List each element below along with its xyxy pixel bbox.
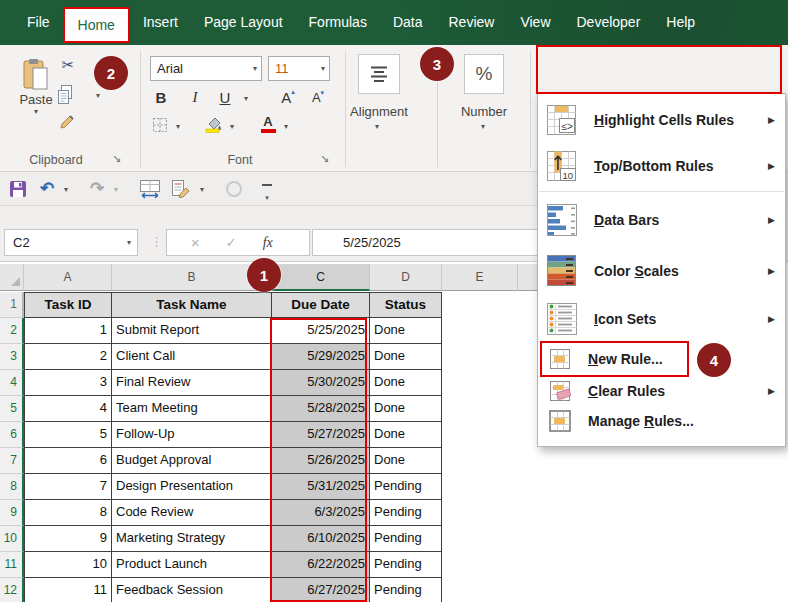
data-cell[interactable]: Done xyxy=(370,448,442,474)
copy-button[interactable] xyxy=(54,83,78,107)
data-cell[interactable]: Code Review xyxy=(112,500,272,526)
tab-formulas[interactable]: Formulas xyxy=(296,0,380,45)
select-all-corner[interactable] xyxy=(0,264,24,291)
number-dropdown-icon[interactable]: ▾ xyxy=(481,122,485,131)
data-cell[interactable]: Follow-Up xyxy=(112,422,272,448)
edit-document-dropdown-icon[interactable]: ▾ xyxy=(200,185,204,194)
data-cell[interactable]: Design Presentation xyxy=(112,474,272,500)
data-cell[interactable]: 2 xyxy=(24,344,112,370)
data-cell[interactable]: Client Call xyxy=(112,344,272,370)
data-cell[interactable]: Done xyxy=(370,344,442,370)
undo-button[interactable]: ↶ xyxy=(36,177,58,199)
row-header-7[interactable]: 7 xyxy=(0,448,24,474)
alignment-icon-box[interactable] xyxy=(358,54,400,94)
font-color-dropdown-icon[interactable]: ▾ xyxy=(284,122,288,131)
data-cell[interactable]: Pending xyxy=(370,552,442,578)
redo-dropdown-icon[interactable]: ▾ xyxy=(114,185,118,194)
tab-view[interactable]: View xyxy=(507,0,563,45)
increase-font-size-button[interactable]: A▴ xyxy=(276,86,300,108)
data-cell[interactable]: 6 xyxy=(24,448,112,474)
row-header-9[interactable]: 9 xyxy=(0,500,24,526)
decrease-font-size-button[interactable]: A▾ xyxy=(306,86,330,108)
underline-dropdown-icon[interactable]: ▾ xyxy=(244,94,248,103)
italic-button[interactable]: I xyxy=(184,86,206,108)
fill-color-dropdown-icon[interactable]: ▾ xyxy=(230,122,234,131)
menu-item-clear-rules[interactable]: Clear Rules ▶ xyxy=(538,376,785,405)
column-header-A[interactable]: A xyxy=(24,264,112,291)
borders-button[interactable] xyxy=(150,115,170,135)
menu-item-data-bars[interactable]: Data Bars ▶ xyxy=(538,194,785,245)
format-painter-button[interactable] xyxy=(56,111,78,131)
data-cell[interactable]: 11 xyxy=(24,578,112,602)
column-header-partial[interactable] xyxy=(518,264,538,291)
insert-function-icon[interactable]: fx xyxy=(263,235,273,251)
row-header-10[interactable]: 10 xyxy=(0,526,24,552)
formula-bar-grip-icon[interactable]: ⋮ xyxy=(150,234,164,249)
menu-item-icon-sets[interactable]: Icon Sets ▶ xyxy=(538,296,785,341)
tab-home[interactable]: Home xyxy=(63,7,130,43)
shape-circle-icon[interactable] xyxy=(226,181,242,197)
data-cell[interactable]: Submit Report xyxy=(112,318,272,344)
row-header-3[interactable]: 3 xyxy=(0,344,24,370)
header-cell[interactable]: Task Name xyxy=(112,292,272,318)
fill-color-button[interactable] xyxy=(204,113,224,135)
tab-page-layout[interactable]: Page Layout xyxy=(191,0,296,45)
data-cell[interactable]: 9 xyxy=(24,526,112,552)
data-cell[interactable]: 1 xyxy=(24,318,112,344)
data-cell[interactable]: Pending xyxy=(370,474,442,500)
data-cell[interactable]: Done xyxy=(370,370,442,396)
data-cell[interactable]: Done xyxy=(370,422,442,448)
number-icon-box[interactable]: % xyxy=(464,54,504,94)
borders-dropdown-icon[interactable]: ▾ xyxy=(176,122,180,131)
column-header-D[interactable]: D xyxy=(370,264,442,291)
row-header-8[interactable]: 8 xyxy=(0,474,24,500)
row-header-4[interactable]: 4 xyxy=(0,370,24,396)
row-header-12[interactable]: 12 xyxy=(0,578,24,602)
paste-button[interactable]: Paste ▾ xyxy=(14,54,58,120)
menu-item-highlight-cells-rules[interactable]: ≤> Highlight Cells Rules ▶ xyxy=(538,97,785,143)
row-header-6[interactable]: 6 xyxy=(0,422,24,448)
font-color-button[interactable]: A xyxy=(258,113,278,135)
data-cell[interactable]: Budget Approval xyxy=(112,448,272,474)
data-cell[interactable]: Pending xyxy=(370,526,442,552)
enter-entry-icon[interactable]: ✓ xyxy=(226,235,237,250)
data-cell[interactable]: Done xyxy=(370,318,442,344)
column-width-button[interactable] xyxy=(138,178,162,200)
data-cell[interactable]: Final Review xyxy=(112,370,272,396)
data-cell[interactable]: 7 xyxy=(24,474,112,500)
data-cell[interactable]: 10 xyxy=(24,552,112,578)
header-cell[interactable]: Task ID xyxy=(24,292,112,318)
cancel-entry-icon[interactable]: × xyxy=(191,234,200,251)
header-cell[interactable]: Due Date xyxy=(272,292,370,318)
underline-button[interactable]: U xyxy=(214,86,236,108)
column-header-E[interactable]: E xyxy=(442,264,518,291)
row-header-5[interactable]: 5 xyxy=(0,396,24,422)
redo-button[interactable]: ↷ xyxy=(86,177,108,199)
font-size-combo[interactable]: 11 ▾ xyxy=(268,56,330,81)
data-cell[interactable]: Product Launch xyxy=(112,552,272,578)
tab-developer[interactable]: Developer xyxy=(564,0,654,45)
tab-insert[interactable]: Insert xyxy=(130,0,191,45)
data-cell[interactable]: 5 xyxy=(24,422,112,448)
data-cell[interactable]: Marketing Strategy xyxy=(112,526,272,552)
header-cell[interactable]: Status xyxy=(370,292,442,318)
save-button[interactable] xyxy=(8,179,28,199)
tab-review[interactable]: Review xyxy=(436,0,508,45)
alignment-dropdown-icon[interactable]: ▾ xyxy=(375,122,379,131)
data-cell[interactable]: Feedback Session xyxy=(112,578,272,602)
data-cell[interactable]: Team Meeting xyxy=(112,396,272,422)
data-cell[interactable]: 3 xyxy=(24,370,112,396)
name-box[interactable]: C2 ▾ xyxy=(4,229,138,256)
formula-bar-input[interactable]: 5/25/2025 xyxy=(312,229,538,256)
data-cell[interactable]: 8 xyxy=(24,500,112,526)
menu-item-top-bottom-rules[interactable]: 10 Top/Bottom Rules ▶ xyxy=(538,143,785,189)
font-name-combo[interactable]: Arial ▾ xyxy=(150,56,262,81)
row-header-11[interactable]: 11 xyxy=(0,552,24,578)
row-header-1[interactable]: 1 xyxy=(0,292,24,318)
edit-document-button[interactable] xyxy=(170,178,192,200)
data-cell[interactable]: Done xyxy=(370,396,442,422)
customize-toolbar-icon[interactable]: ▾ xyxy=(262,184,272,204)
tab-file[interactable]: File xyxy=(14,0,63,45)
undo-dropdown-icon[interactable]: ▾ xyxy=(64,185,68,194)
bold-button[interactable]: B xyxy=(150,86,172,108)
